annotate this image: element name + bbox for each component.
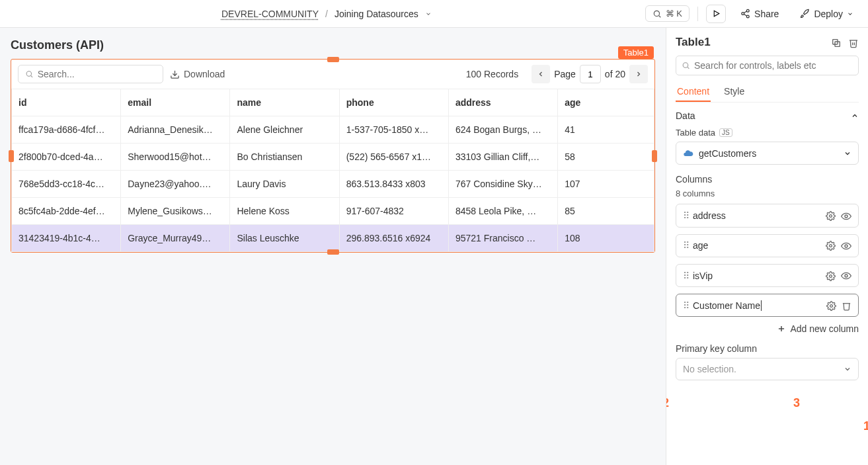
- cell[interactable]: 95721 Francisco …: [448, 225, 557, 252]
- cell[interactable]: 624 Bogan Burgs, …: [448, 116, 557, 144]
- section-data-header[interactable]: Data: [676, 110, 859, 121]
- breadcrumb-page[interactable]: Joining Datasources: [335, 9, 418, 19]
- svg-point-15: [830, 215, 832, 218]
- cell[interactable]: ffca179a-d686-4fcf…: [12, 116, 121, 144]
- table-toolbar: Download 100 Records Page of 20: [11, 60, 654, 89]
- column-header[interactable]: name: [230, 89, 339, 116]
- callout-2: 2: [666, 396, 669, 410]
- cell[interactable]: Grayce_Murray49…: [121, 225, 230, 252]
- column-name: address: [693, 210, 726, 221]
- cell[interactable]: Bo Christiansen: [230, 144, 339, 171]
- play-button[interactable]: [706, 5, 726, 23]
- cell[interactable]: 8c5fc4ab-2dde-4ef…: [12, 198, 121, 225]
- cell[interactable]: Laury Davis: [230, 171, 339, 198]
- column-item[interactable]: ⠿isVip: [676, 264, 859, 287]
- column-header[interactable]: address: [448, 89, 557, 116]
- trash-icon[interactable]: [842, 300, 851, 311]
- column-item-editing[interactable]: ⠿Customer Name: [676, 294, 859, 317]
- property-search-input[interactable]: [694, 60, 853, 71]
- drag-handle-icon[interactable]: ⠿: [683, 300, 688, 311]
- cell[interactable]: 296.893.6516 x6924: [339, 225, 448, 252]
- resize-handle-top[interactable]: [327, 57, 339, 62]
- global-search-button[interactable]: ⌘ K: [645, 5, 690, 22]
- column-item[interactable]: ⠿age: [676, 234, 859, 257]
- cell[interactable]: 767 Considine Sky…: [448, 171, 557, 198]
- cell[interactable]: 33103 Gillian Cliff,…: [448, 144, 557, 171]
- eye-icon[interactable]: [841, 270, 851, 281]
- table-data-label: Table data: [676, 128, 715, 138]
- cell[interactable]: Sherwood15@hot…: [121, 144, 230, 171]
- prev-page-button[interactable]: [532, 65, 550, 83]
- cell[interactable]: Mylene_Gusikows…: [121, 198, 230, 225]
- gear-icon[interactable]: [826, 270, 836, 281]
- chevron-down-icon: [844, 365, 851, 373]
- property-pane-title[interactable]: Table1: [676, 36, 711, 49]
- cell[interactable]: 31423419-4b1c-4…: [12, 225, 121, 252]
- resize-handle-bottom[interactable]: [327, 249, 339, 255]
- cell[interactable]: 1-537-705-1850 x…: [339, 116, 448, 144]
- download-button[interactable]: Download: [170, 69, 225, 79]
- copy-icon[interactable]: [831, 36, 842, 48]
- canvas[interactable]: Customers (API) Download 100 Records: [0, 28, 666, 465]
- cell[interactable]: Adrianna_Denesik…: [121, 116, 230, 144]
- resize-handle-left[interactable]: [9, 150, 14, 162]
- table-row[interactable]: 31423419-4b1c-4…Grayce_Murray49…Silas Le…: [12, 225, 654, 252]
- eye-icon[interactable]: [841, 210, 851, 221]
- widget-label[interactable]: Table1: [618, 46, 654, 59]
- cell[interactable]: 2f800b70-dced-4a…: [12, 144, 121, 171]
- drag-handle-icon[interactable]: ⠿: [683, 271, 688, 281]
- cell[interactable]: 917-607-4832: [339, 198, 448, 225]
- tab-style[interactable]: Style: [723, 82, 746, 102]
- primary-key-select[interactable]: No selection.: [676, 358, 859, 380]
- gear-icon[interactable]: [826, 240, 836, 251]
- cell[interactable]: 8458 Leola Pike, …: [448, 198, 557, 225]
- page-number-input[interactable]: [580, 65, 601, 83]
- column-header[interactable]: age: [558, 89, 654, 116]
- column-item[interactable]: ⠿address: [676, 204, 859, 227]
- table-search[interactable]: [18, 65, 163, 83]
- cell[interactable]: Alene Gleichner: [230, 116, 339, 144]
- breadcrumb-app[interactable]: DEVREL-COMMUNITY: [221, 9, 319, 19]
- cell[interactable]: 41: [558, 116, 654, 144]
- column-header[interactable]: id: [12, 89, 121, 116]
- gear-icon[interactable]: [826, 210, 836, 221]
- cell[interactable]: 108: [558, 225, 654, 252]
- cell[interactable]: 863.513.8433 x803: [339, 171, 448, 198]
- cell[interactable]: 58: [558, 144, 654, 171]
- share-label: Share: [754, 9, 779, 19]
- table-row[interactable]: 8c5fc4ab-2dde-4ef…Mylene_Gusikows…Helene…: [12, 198, 654, 225]
- table-row[interactable]: 768e5dd3-cc18-4c…Dayne23@yahoo.…Laury Da…: [12, 171, 654, 198]
- cell[interactable]: 768e5dd3-cc18-4c…: [12, 171, 121, 198]
- cell[interactable]: 85: [558, 198, 654, 225]
- property-search[interactable]: [676, 56, 859, 75]
- svg-line-6: [744, 11, 746, 13]
- drag-handle-icon[interactable]: ⠿: [683, 210, 688, 221]
- svg-point-21: [830, 305, 833, 308]
- share-button[interactable]: Share: [734, 5, 785, 22]
- cell[interactable]: Helene Koss: [230, 198, 339, 225]
- table-widget[interactable]: Download 100 Records Page of 20: [11, 59, 655, 253]
- cell[interactable]: Dayne23@yahoo.…: [121, 171, 230, 198]
- table-search-input[interactable]: [38, 69, 156, 79]
- trash-icon[interactable]: [848, 36, 859, 48]
- chevron-down-icon[interactable]: [425, 9, 432, 19]
- column-header[interactable]: email: [121, 89, 230, 116]
- cell[interactable]: 107: [558, 171, 654, 198]
- rocket-icon: [800, 9, 810, 19]
- column-header[interactable]: phone: [339, 89, 448, 116]
- table-row[interactable]: ffca179a-d686-4fcf…Adrianna_Denesik…Alen…: [12, 116, 654, 144]
- eye-icon[interactable]: [841, 240, 851, 251]
- next-page-button[interactable]: [629, 65, 648, 83]
- drag-handle-icon[interactable]: ⠿: [683, 240, 688, 251]
- table-row[interactable]: 2f800b70-dced-4a…Sherwood15@hot…Bo Chris…: [12, 144, 654, 171]
- tab-content[interactable]: Content: [676, 82, 711, 102]
- resize-handle-right[interactable]: [652, 150, 657, 162]
- cell[interactable]: (522) 565-6567 x1…: [339, 144, 448, 171]
- deploy-button[interactable]: Deploy: [793, 5, 860, 22]
- js-badge[interactable]: JS: [719, 128, 732, 137]
- cell[interactable]: Silas Leuschke: [230, 225, 339, 252]
- gear-icon[interactable]: [826, 300, 836, 311]
- column-name-input[interactable]: Customer Name: [693, 300, 762, 311]
- table-data-select[interactable]: getCustomers: [676, 142, 859, 165]
- add-column-button[interactable]: Add new column: [676, 323, 859, 334]
